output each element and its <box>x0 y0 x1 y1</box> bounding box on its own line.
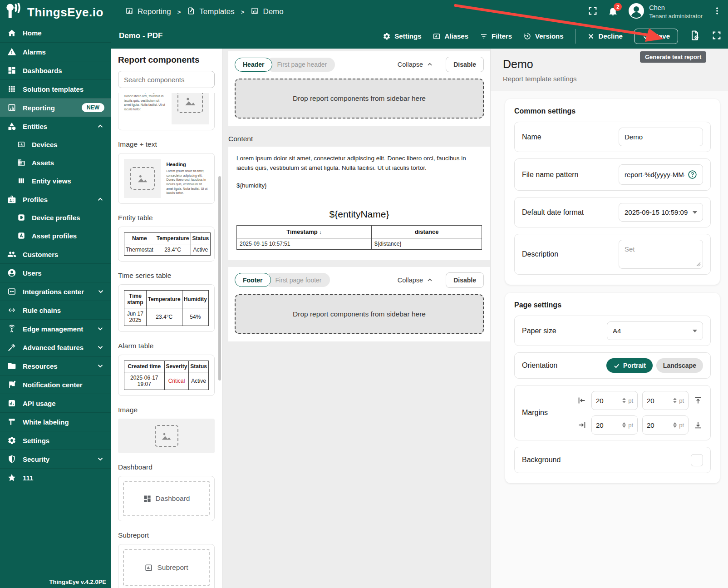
component-card-time-series-table[interactable]: Time stamp Temperature Humidity Jun 17 2… <box>118 284 215 332</box>
content-page[interactable]: Lorem ipsum dolor sit amet, consectetur … <box>228 147 490 260</box>
chevron-down-icon <box>96 343 104 351</box>
toolbar-fullscreen-icon[interactable] <box>712 30 722 42</box>
component-card-subreport[interactable]: Subreport <box>118 544 215 588</box>
reporting-icon <box>125 7 133 17</box>
breadcrumb-reporting[interactable]: Reporting <box>125 7 171 17</box>
sidebar-item-device-profiles[interactable]: Device profiles <box>0 208 111 227</box>
search-components-box[interactable] <box>118 71 215 88</box>
stepper-arrows-icon[interactable] <box>622 422 626 428</box>
sidebar-item-home[interactable]: Home <box>0 24 111 42</box>
sidebar-item-customers[interactable]: Customers <box>0 245 111 263</box>
header-dropzone[interactable]: Drop report components from sidebar here <box>235 79 484 119</box>
sidebar-item-white-labeling[interactable]: White labeling <box>0 412 111 431</box>
sidebar-item-security[interactable]: Security <box>0 450 111 468</box>
sidebar-item-notification-center[interactable]: Notification center <box>0 375 111 394</box>
new-badge: NEW <box>82 103 104 112</box>
notifications-bell-icon[interactable]: 2 <box>608 6 618 18</box>
generate-test-report-icon[interactable] <box>689 30 700 43</box>
timestamp-column-header[interactable]: Timestamp ↓ <box>237 225 372 238</box>
distance-column-header[interactable]: distance <box>372 225 482 238</box>
file-name-pattern-field[interactable]: report-%d{yyyy-MM-dd <box>619 164 703 185</box>
component-card-alarm-table[interactable]: Created time Severity Status 2025-06-17 … <box>118 355 215 396</box>
component-card-entity-table[interactable]: Name Temperature Status Thermostat 23.4°… <box>118 227 215 262</box>
versions-button[interactable]: Versions <box>523 32 564 40</box>
margin-right-stepper[interactable]: 20 pt <box>591 415 638 435</box>
topbar-actions: 2 Chen Tenant administrator <box>588 0 722 24</box>
sidebar-item-assets[interactable]: Assets <box>0 153 111 172</box>
sidebar-item-solution-templates[interactable]: Solution templates <box>0 79 111 98</box>
component-card-text-image[interactable]: Heading Lorem ipsum dolor sit amet, cons… <box>118 93 215 130</box>
sidebar-item-integrations-center[interactable]: Integrations center <box>0 282 111 301</box>
portrait-toggle[interactable]: Portrait <box>606 358 653 373</box>
header-collapse-button[interactable]: Collapse <box>398 61 433 68</box>
sidebar-item-settings[interactable]: Settings <box>0 431 111 450</box>
header-section: Header First page header Collapse Disabl… <box>228 51 490 126</box>
chevron-up-icon <box>96 122 104 130</box>
background-row: Background <box>514 447 711 473</box>
sidebar-item-resources[interactable]: Resources <box>0 356 111 375</box>
sidebar-item-edge-management[interactable]: Edge management <box>0 319 111 338</box>
brand-logo[interactable]: ThingsEye.io <box>5 3 103 22</box>
stepper-arrows-icon[interactable] <box>673 398 677 403</box>
landscape-toggle[interactable]: Landscape <box>656 358 703 373</box>
component-card-dashboard[interactable]: Dashboard <box>118 476 215 521</box>
footer-dropzone[interactable]: Drop report components from sidebar here <box>235 294 484 334</box>
default-date-format-row: Default date format 2025-09-15 10:59:09 <box>514 197 711 227</box>
chevron-down-icon <box>96 362 104 370</box>
margin-left-icon <box>577 395 587 405</box>
margin-left-stepper[interactable]: 20 pt <box>591 391 638 410</box>
component-card-image-text[interactable]: Heading Lorem ipsum dolor sit amet, cons… <box>118 153 215 204</box>
header-chip[interactable]: Header <box>235 58 272 72</box>
margin-top-stepper[interactable]: 20 pt <box>642 391 689 410</box>
page-settings-card: Page settings Paper size A4 Orientation … <box>505 293 720 483</box>
sidebar-item-alarms[interactable]: Alarms <box>0 42 111 61</box>
save-button[interactable]: Save <box>634 29 678 44</box>
sidebar-item-asset-profiles[interactable]: Asset profiles <box>0 227 111 245</box>
component-card-image[interactable] <box>118 419 215 453</box>
sidebar-item-users[interactable]: Users <box>0 263 111 282</box>
background-checkbox[interactable] <box>691 454 703 466</box>
sidebar-item-reporting[interactable]: Reporting NEW <box>0 98 111 117</box>
sidebar-item-advanced-features[interactable]: Advanced features <box>0 338 111 356</box>
filters-button[interactable]: Filters <box>480 32 512 40</box>
breadcrumb: Reporting > Templates > Demo <box>125 0 284 24</box>
date-format-select[interactable]: 2025-09-15 10:59:09 <box>619 203 703 222</box>
breadcrumb-templates[interactable]: Templates <box>187 7 234 17</box>
sidebar-item-profiles[interactable]: Profiles <box>0 190 111 208</box>
user-menu[interactable]: Chen Tenant administrator <box>628 3 703 21</box>
sidebar-item-dashboards[interactable]: Dashboards <box>0 61 111 79</box>
search-input[interactable] <box>124 76 214 84</box>
aliases-button[interactable]: Aliases <box>433 32 468 40</box>
sidebar-item-api-usage[interactable]: API usage <box>0 394 111 412</box>
footer-collapse-button[interactable]: Collapse <box>398 277 433 284</box>
description-textarea[interactable]: Set <box>619 240 703 269</box>
settings-button[interactable]: Settings <box>383 32 421 40</box>
first-page-footer-chip[interactable]: First page footer <box>265 273 330 287</box>
stepper-arrows-icon[interactable] <box>622 398 626 403</box>
components-scrollbar[interactable] <box>218 176 221 380</box>
sort-descending-icon: ↓ <box>319 229 322 235</box>
entity-name-heading: ${entityName} <box>236 209 482 220</box>
stepper-arrows-icon[interactable] <box>673 422 677 428</box>
footer-chip[interactable]: Footer <box>235 273 271 287</box>
orientation-row: Orientation Portrait Landscape <box>514 352 711 379</box>
header-disable-button[interactable]: Disable <box>446 57 484 72</box>
kebab-menu-icon[interactable] <box>713 6 722 18</box>
help-icon[interactable] <box>688 170 697 179</box>
breadcrumb-demo[interactable]: Demo <box>251 7 283 17</box>
image-placeholder-icon <box>130 167 155 190</box>
fullscreen-icon[interactable] <box>588 6 598 18</box>
sidebar-item-devices[interactable]: Devices <box>0 135 111 153</box>
sidebar-item-entities[interactable]: Entities <box>0 117 111 135</box>
resize-handle-icon[interactable] <box>696 262 701 267</box>
components-panel-title: Report components <box>118 55 215 65</box>
paper-size-select[interactable]: A4 <box>607 321 703 340</box>
sidebar-item-111[interactable]: 111 <box>0 468 111 487</box>
margin-bottom-stepper[interactable]: 20 pt <box>642 415 689 435</box>
sidebar-item-rule-chains[interactable]: Rule chains <box>0 301 111 319</box>
decline-button[interactable]: Decline <box>587 32 623 40</box>
sidebar-item-entity-views[interactable]: Entity views <box>0 172 111 190</box>
footer-disable-button[interactable]: Disable <box>446 272 484 288</box>
name-field[interactable]: Demo <box>619 128 703 146</box>
first-page-header-chip[interactable]: First page header <box>266 58 335 72</box>
